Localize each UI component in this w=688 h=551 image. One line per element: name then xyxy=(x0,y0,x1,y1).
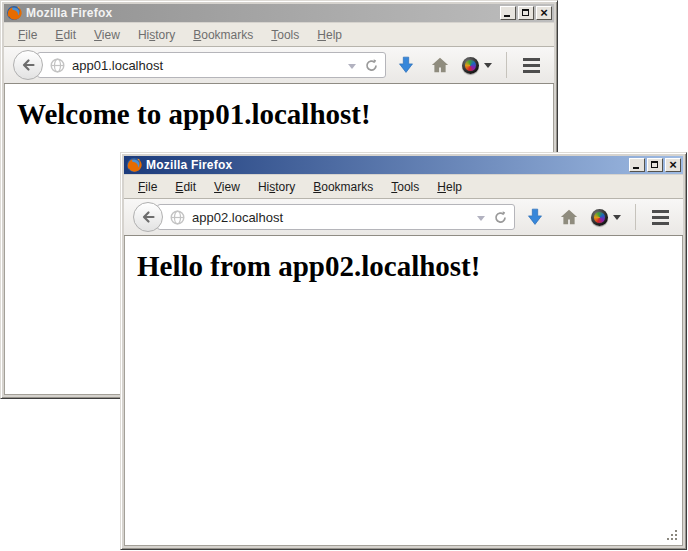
menu-item-tools[interactable]: Tools xyxy=(262,25,308,45)
maximize-icon xyxy=(522,9,529,16)
back-arrow-icon xyxy=(140,209,156,225)
window-controls xyxy=(629,158,681,172)
desktop-background: Mozilla Firefox FileEditViewHistoryBookm… xyxy=(0,0,688,551)
menu-item-tools[interactable]: Tools xyxy=(382,177,428,197)
hamburger-menu-icon xyxy=(652,210,669,225)
home-icon xyxy=(431,56,449,74)
urlbar-dropdown-icon[interactable] xyxy=(348,64,356,69)
chevron-down-icon xyxy=(613,215,621,220)
globe-icon xyxy=(170,210,185,225)
extension-button[interactable] xyxy=(589,203,623,231)
maximize-button[interactable] xyxy=(518,6,534,20)
menu-item-help[interactable]: Help xyxy=(308,25,351,45)
home-icon xyxy=(560,208,578,226)
reload-button[interactable] xyxy=(493,210,508,225)
home-button[interactable] xyxy=(426,51,454,79)
navigation-toolbar: app01.localhost xyxy=(4,47,554,84)
reload-icon xyxy=(364,58,379,73)
close-button[interactable] xyxy=(665,158,681,172)
minimize-button[interactable] xyxy=(629,158,645,172)
toolbar-separator xyxy=(635,204,636,230)
reload-icon xyxy=(493,210,508,225)
minimize-icon xyxy=(504,15,510,17)
reload-button[interactable] xyxy=(364,58,379,73)
firefox-window-app02: Mozilla Firefox FileEditViewHistoryBookm… xyxy=(120,152,687,550)
download-arrow-icon xyxy=(526,208,544,226)
page-content: Hello from app02.localhost! xyxy=(124,236,683,546)
menu-item-edit[interactable]: Edit xyxy=(166,177,205,197)
back-button[interactable] xyxy=(133,202,163,232)
navigation-toolbar: app02.localhost xyxy=(124,199,683,236)
app-menu-button[interactable] xyxy=(646,203,674,231)
menu-item-bookmarks[interactable]: Bookmarks xyxy=(304,177,382,197)
urlbar-dropdown-icon[interactable] xyxy=(477,216,485,221)
app-menu-button[interactable] xyxy=(517,51,545,79)
globe-icon xyxy=(50,58,65,73)
menu-item-view[interactable]: View xyxy=(85,25,129,45)
back-arrow-icon xyxy=(20,57,36,73)
firefox-logo-icon xyxy=(6,5,22,21)
firefox-logo-icon xyxy=(126,157,142,173)
home-button[interactable] xyxy=(555,203,583,231)
menu-item-history[interactable]: History xyxy=(249,177,304,197)
download-button[interactable] xyxy=(521,203,549,231)
page-heading: Hello from app02.localhost! xyxy=(137,250,682,283)
url-bar[interactable]: app01.localhost xyxy=(37,52,386,78)
menu-bar: FileEditViewHistoryBookmarksToolsHelp xyxy=(124,175,683,199)
minimize-button[interactable] xyxy=(500,6,516,20)
download-button[interactable] xyxy=(392,51,420,79)
window-title: Mozilla Firefox xyxy=(146,158,629,172)
menu-item-help[interactable]: Help xyxy=(428,177,471,197)
menu-item-view[interactable]: View xyxy=(205,177,249,197)
hamburger-menu-icon xyxy=(523,58,540,73)
resize-grip[interactable] xyxy=(666,529,678,541)
window-title: Mozilla Firefox xyxy=(26,6,500,20)
menu-item-edit[interactable]: Edit xyxy=(46,25,85,45)
close-button[interactable] xyxy=(536,6,552,20)
menu-item-file[interactable]: File xyxy=(9,25,46,45)
menu-item-file[interactable]: File xyxy=(129,177,166,197)
extension-button[interactable] xyxy=(460,51,494,79)
title-bar[interactable]: Mozilla Firefox xyxy=(124,156,683,174)
maximize-icon xyxy=(651,161,658,168)
menu-bar: FileEditViewHistoryBookmarksToolsHelp xyxy=(4,23,554,47)
color-wheel-extension-icon xyxy=(591,209,608,226)
window-controls xyxy=(500,6,552,20)
url-bar[interactable]: app02.localhost xyxy=(157,204,515,230)
url-text[interactable]: app01.localhost xyxy=(72,58,344,73)
back-button[interactable] xyxy=(13,50,43,80)
menu-item-bookmarks[interactable]: Bookmarks xyxy=(184,25,262,45)
color-wheel-extension-icon xyxy=(462,57,479,74)
maximize-button[interactable] xyxy=(647,158,663,172)
page-heading: Welcome to app01.localhost! xyxy=(17,98,553,131)
toolbar-separator xyxy=(506,52,507,78)
menu-item-history[interactable]: History xyxy=(129,25,184,45)
minimize-icon xyxy=(633,167,639,169)
download-arrow-icon xyxy=(397,56,415,74)
chevron-down-icon xyxy=(484,63,492,68)
url-text[interactable]: app02.localhost xyxy=(192,210,473,225)
title-bar[interactable]: Mozilla Firefox xyxy=(4,4,554,22)
